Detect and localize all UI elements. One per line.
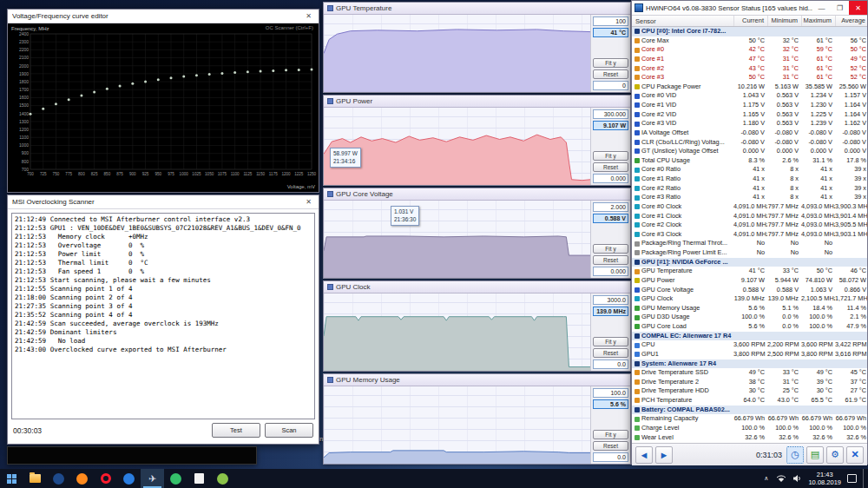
column-average[interactable]: Average (835, 16, 868, 26)
graph-plot-area[interactable] (324, 108, 591, 185)
reset-button[interactable]: Reset (593, 162, 628, 172)
sensor-row[interactable]: CPU Package Power10.216 W5.163 W35.585 W… (632, 82, 867, 92)
column-maximum[interactable]: Maximum (801, 16, 835, 26)
sensor-row[interactable]: Core #2 VID1.165 V0.563 V1.225 V1.164 V (632, 110, 867, 120)
sensor-row[interactable]: GPU Clock139.0 MHz139.0 MHz2,100.5 MHz1,… (632, 294, 867, 304)
sensor-row[interactable]: Core #1 Clock4,091.0 MHz797.7 MHz4,093.0… (632, 212, 867, 221)
current-value-box[interactable]: 9.107 W (593, 121, 628, 130)
sensor-row[interactable]: Core #3 VID1.180 V0.563 V1.239 V1.162 V (632, 119, 867, 129)
file-explorer-icon[interactable] (23, 469, 47, 488)
graph-panel-titlebar[interactable]: GPU Power (324, 96, 630, 108)
sensor-row[interactable]: Core #147 °C31 °C61 °C49 °C (632, 55, 867, 64)
sensor-row[interactable]: Core #350 °C31 °C61 °C52 °C (632, 73, 867, 82)
fit-y-button[interactable]: Fit y (593, 337, 628, 346)
scanner-close-icon[interactable]: ✕ (303, 198, 314, 206)
sensor-row[interactable]: GPU Memory Usage5.6 %5.1 %18.4 %11.4 % (632, 304, 867, 313)
sensor-row[interactable]: Core #3 Clock4,091.0 MHz797.7 MHz4,093.0… (632, 230, 867, 240)
sensor-row[interactable]: Wear Level32.6 %32.6 %32.6 %32.6 % (632, 433, 867, 443)
current-value-box[interactable]: 5.6 % (593, 399, 628, 409)
axis-max-value[interactable]: 100 (593, 16, 628, 26)
graph-panel-titlebar[interactable]: GPU Memory Usage (324, 374, 630, 386)
sensor-row[interactable]: Core #243 °C31 °C61 °C52 °C (632, 64, 867, 74)
volume-icon[interactable] (792, 474, 802, 483)
sensor-row[interactable]: Core #3 Ratio41 x8 x41 x39 x (632, 193, 867, 202)
sensor-row[interactable]: CLR (Cbo/LLC/Ring) Voltag...-0.080 V-0.0… (632, 138, 867, 148)
sensor-row[interactable]: GPU Core Load5.6 %0.0 %100.0 %47.9 % (632, 322, 867, 332)
fit-y-button[interactable]: Fit y (593, 430, 628, 439)
start-button[interactable] (0, 469, 23, 488)
axis-min-value[interactable]: 0 (593, 81, 628, 90)
reset-button[interactable]: Reset (593, 255, 628, 265)
graph-plot-area[interactable] (324, 293, 591, 371)
sensor-row[interactable]: PCH Temperature64.0 °C43.0 °C65.5 °C61.9… (632, 396, 867, 406)
opera-icon[interactable] (94, 469, 117, 488)
sensor-row[interactable]: GPU13,800 RPM2,500 RPM3,800 RPM3,616 RPM (632, 350, 867, 359)
current-value-box[interactable]: 139.0 MHz (593, 307, 628, 316)
fit-y-button[interactable]: Fit y (593, 58, 628, 68)
app-icon-3[interactable] (164, 469, 187, 488)
sensor-row[interactable]: GPU Core Voltage0.588 V0.588 V1.063 V0.8… (632, 286, 867, 295)
graph-plot-area[interactable] (324, 15, 591, 92)
forward-arrow-icon[interactable]: ► (655, 446, 673, 464)
axis-min-value[interactable]: 0.0 (593, 452, 628, 462)
sensor-group-row[interactable]: System: Alienware 17 R4 (632, 359, 867, 369)
sensor-row[interactable]: Core #042 °C32 °C59 °C50 °C (632, 45, 867, 55)
axis-min-value[interactable]: 0.0 (593, 359, 628, 369)
sensor-group-row[interactable]: GPU [#1]: NVIDIA GeForce ... (632, 258, 867, 267)
sensor-row[interactable]: GPU D3D Usage100.0 %0.0 %100.0 %2.1 % (632, 313, 867, 322)
sensor-row[interactable]: Core #0 Clock4,091.0 MHz797.7 MHz4,093.0… (632, 202, 867, 212)
axis-min-value[interactable]: 0.000 (593, 267, 628, 276)
current-value-box[interactable]: 41 °C (593, 28, 628, 37)
graph-panel-titlebar[interactable]: GPU Clock (324, 281, 630, 293)
notepad-icon[interactable] (187, 469, 211, 488)
sensor-group-row[interactable]: CPU [#0]: Intel Core i7-782... (632, 27, 867, 36)
firefox-icon[interactable] (70, 469, 94, 488)
afterburner-icon[interactable]: ✈ (141, 469, 164, 488)
sensor-row[interactable]: GPU Power9.107 W5.944 W74.810 W58.072 W (632, 276, 867, 286)
scanner-log[interactable]: 21:12:49 Connected to MSI Afterburner co… (11, 213, 315, 419)
hidden-icons-chevron-icon[interactable]: ∧ (762, 475, 770, 482)
current-value-box[interactable]: 0.588 V (593, 214, 628, 223)
fit-y-button[interactable]: Fit y (593, 244, 628, 254)
sensor-row[interactable]: Package/Ring Thermal Throt...NoNoNo (632, 239, 867, 248)
test-button[interactable]: Test (212, 423, 260, 438)
report-icon[interactable]: ▤ (806, 446, 824, 464)
sensor-row[interactable]: Core #1 Ratio41 x8 x41 x39 x (632, 175, 867, 184)
sensor-row[interactable]: Core #2 Ratio41 x8 x41 x39 x (632, 184, 867, 194)
reset-button[interactable]: Reset (593, 69, 628, 79)
sensor-row[interactable]: Drive Temperature SSD49 °C33 °C49 °C45 °… (632, 368, 867, 378)
sensor-row[interactable]: GPU Temperature41 °C33 °C50 °C46 °C (632, 267, 867, 276)
clock-icon[interactable]: ◷ (786, 446, 804, 464)
graph-panel-titlebar[interactable]: GPU Core Voltage (324, 188, 630, 201)
vf-curve-chart[interactable]: 2400230022002100200019001800170016001500… (8, 23, 319, 192)
reset-button[interactable]: Reset (593, 441, 628, 451)
column-minimum[interactable]: Minimum (767, 16, 801, 26)
scan-button[interactable]: Scan (265, 423, 313, 438)
sensor-row[interactable]: Charge Level100.0 %100.0 %100.0 %100.0 % (632, 424, 867, 433)
sensor-row[interactable]: CPU3,600 RPM2,200 RPM3,600 RPM3,422 RPM (632, 340, 867, 350)
taskbar-clock[interactable]: 21:43 10.08.2019 (808, 471, 841, 486)
sensor-row[interactable]: GT (Unslice) Voltage Offset0.000 V0.000 … (632, 147, 867, 156)
minimize-icon[interactable]: — (812, 1, 831, 15)
vf-titlebar[interactable]: Voltage/Frequency curve editor ✕ (8, 10, 319, 23)
app-icon-1[interactable] (47, 469, 70, 488)
sensor-row[interactable]: Core #2 Clock4,091.0 MHz797.7 MHz4,093.0… (632, 221, 867, 230)
axis-max-value[interactable]: 2.000 (593, 202, 628, 212)
sensor-group-row[interactable]: Battery: COMPAL PABAS02... (632, 406, 867, 415)
sensor-row[interactable]: Drive Temperature HDD30 °C25 °C30 °C27 °… (632, 386, 867, 396)
axis-max-value[interactable]: 300.000 (593, 109, 628, 119)
show-desktop-button[interactable] (863, 469, 866, 488)
column-sensor[interactable]: Sensor (632, 17, 733, 25)
wifi-icon[interactable] (776, 474, 786, 483)
exit-close-icon[interactable]: ✕ (846, 446, 864, 464)
axis-min-value[interactable]: 0.000 (593, 174, 628, 183)
sensor-row[interactable]: Core #0 Ratio41 x8 x41 x39 x (632, 165, 867, 175)
notification-center-icon[interactable] (847, 474, 857, 483)
sensor-group-row[interactable]: COMPAL EC: Alienware 17 R4 (632, 332, 867, 341)
reset-button[interactable]: Reset (593, 348, 628, 358)
sensor-row[interactable]: Total CPU Usage8.3 %2.6 %31.1 %17.8 % (632, 156, 867, 166)
sensor-row[interactable]: Core #0 VID1.043 V0.563 V1.234 V1.157 V (632, 91, 867, 101)
sensor-row[interactable]: Core Max50 °C32 °C61 °C56 °C (632, 36, 867, 46)
fit-y-button[interactable]: Fit y (593, 151, 628, 161)
graph-panel-titlebar[interactable]: GPU Temperature (324, 3, 630, 15)
